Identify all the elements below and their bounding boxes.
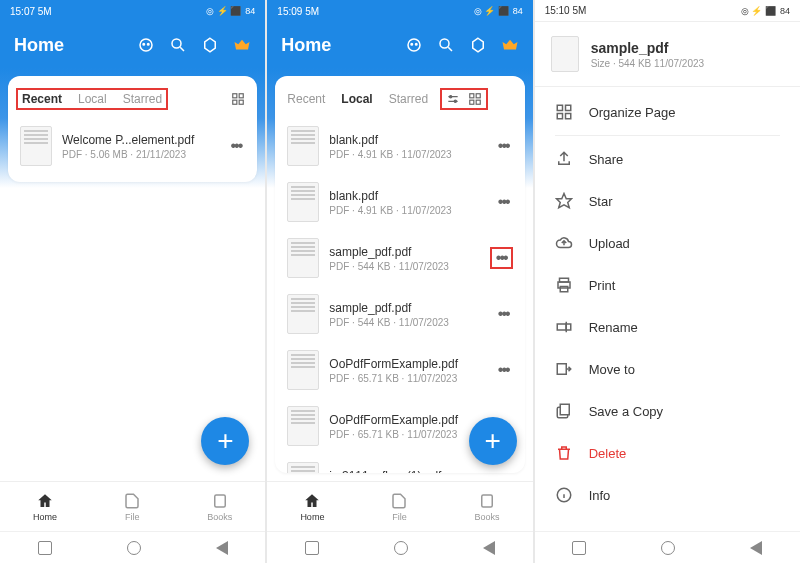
svg-rect-28 xyxy=(557,114,562,119)
more-icon[interactable]: ••• xyxy=(494,305,513,323)
svg-point-12 xyxy=(411,44,413,46)
fab-add[interactable]: + xyxy=(469,417,517,465)
grid-view-icon[interactable] xyxy=(468,92,482,106)
robot-icon[interactable] xyxy=(137,36,155,54)
sys-back[interactable] xyxy=(750,541,762,555)
file-thumbnail xyxy=(287,182,319,222)
svg-rect-37 xyxy=(557,364,566,375)
search-icon[interactable] xyxy=(169,36,187,54)
more-icon[interactable]: ••• xyxy=(227,137,246,155)
file-item[interactable]: OoPdfFormExample.pdf PDF · 65.71 KB · 11… xyxy=(275,342,524,398)
file-item[interactable]: blank.pdf PDF · 4.91 KB · 11/07/2023 ••• xyxy=(275,174,524,230)
tab-local[interactable]: Local xyxy=(341,92,372,106)
action-moveto[interactable]: Move to xyxy=(535,348,800,390)
svg-rect-26 xyxy=(557,105,562,110)
more-icon[interactable]: ••• xyxy=(494,137,513,155)
action-rename[interactable]: Rename xyxy=(535,306,800,348)
moveto-icon xyxy=(555,360,573,378)
nav-books[interactable]: Books xyxy=(475,492,500,522)
sys-home[interactable] xyxy=(394,541,408,555)
file-name: Welcome P...element.pdf xyxy=(62,133,217,147)
sys-back[interactable] xyxy=(483,541,495,555)
sheet-title: sample_pdf xyxy=(591,40,704,56)
svg-rect-23 xyxy=(470,100,474,104)
svg-rect-8 xyxy=(233,100,237,104)
sys-recent[interactable] xyxy=(305,541,319,555)
crown-icon[interactable] xyxy=(501,36,519,54)
file-thumbnail xyxy=(287,126,319,166)
file-item[interactable]: Welcome P...element.pdf PDF · 5.06 MB · … xyxy=(8,118,257,174)
action-print[interactable]: Print xyxy=(535,264,800,306)
sort-icon[interactable] xyxy=(446,92,460,106)
file-name: sample_pdf.pdf xyxy=(329,245,480,259)
search-icon[interactable] xyxy=(437,36,455,54)
bottom-nav: Home File Books xyxy=(0,481,265,531)
books-icon xyxy=(478,492,496,510)
tabs-row: Recent Local Starred xyxy=(275,84,524,118)
nav-home[interactable]: Home xyxy=(300,492,324,522)
grid-view-icon[interactable] xyxy=(231,92,245,106)
svg-point-14 xyxy=(440,39,449,48)
action-delete[interactable]: Delete xyxy=(535,432,800,474)
file-item[interactable]: blank.pdf PDF · 4.91 KB · 11/07/2023 ••• xyxy=(275,118,524,174)
tab-recent[interactable]: Recent xyxy=(287,92,325,106)
svg-rect-7 xyxy=(239,94,243,98)
tabs-row: Recent Local Starred xyxy=(8,84,257,118)
svg-line-4 xyxy=(181,47,185,51)
status-bar: 15:09 5M ◎ ⚡ ⬛ 84 xyxy=(267,0,532,22)
nav-books[interactable]: Books xyxy=(207,492,232,522)
tab-local[interactable]: Local xyxy=(78,92,107,106)
action-info[interactable]: Info xyxy=(535,474,800,516)
sys-recent[interactable] xyxy=(572,541,586,555)
settings-icon[interactable] xyxy=(469,36,487,54)
file-item[interactable]: sample_pdf.pdf PDF · 544 KB · 11/07/2023… xyxy=(275,286,524,342)
action-list: Organize Page Share Star Upload Print Re… xyxy=(535,87,800,520)
tab-starred[interactable]: Starred xyxy=(123,92,162,106)
file-name: sample_pdf.pdf xyxy=(329,301,484,315)
action-share[interactable]: Share xyxy=(535,138,800,180)
nav-file[interactable]: File xyxy=(390,492,408,522)
file-thumbnail xyxy=(287,462,319,473)
svg-point-20 xyxy=(454,100,456,102)
action-upload[interactable]: Upload xyxy=(535,222,800,264)
sys-home[interactable] xyxy=(127,541,141,555)
bottom-nav: Home File Books xyxy=(267,481,532,531)
tab-starred[interactable]: Starred xyxy=(389,92,428,106)
svg-point-3 xyxy=(172,39,181,48)
crown-icon[interactable] xyxy=(233,36,251,54)
home-icon xyxy=(36,492,54,510)
file-item[interactable]: sample_pdf.pdf PDF · 544 KB · 11/07/2023… xyxy=(275,230,524,286)
file-thumbnail xyxy=(287,294,319,334)
upload-icon xyxy=(555,234,573,252)
nav-file[interactable]: File xyxy=(123,492,141,522)
app-header: Home xyxy=(267,22,532,68)
star-icon xyxy=(555,192,573,210)
settings-icon[interactable] xyxy=(201,36,219,54)
more-icon[interactable]: ••• xyxy=(494,361,513,379)
sys-home[interactable] xyxy=(661,541,675,555)
file-meta: PDF · 5.06 MB · 21/11/2023 xyxy=(62,149,217,160)
header-title: Home xyxy=(14,35,64,56)
svg-rect-36 xyxy=(566,324,571,330)
robot-icon[interactable] xyxy=(405,36,423,54)
tab-recent[interactable]: Recent xyxy=(22,92,62,106)
header-title: Home xyxy=(281,35,331,56)
svg-point-1 xyxy=(143,44,145,46)
sys-back[interactable] xyxy=(216,541,228,555)
screen-local: 15:09 5M ◎ ⚡ ⬛ 84 Home Recent Local Star… xyxy=(267,0,532,563)
file-thumbnail xyxy=(287,238,319,278)
sys-recent[interactable] xyxy=(38,541,52,555)
action-star[interactable]: Star xyxy=(535,180,800,222)
more-icon[interactable]: ••• xyxy=(494,193,513,211)
nav-home[interactable]: Home xyxy=(33,492,57,522)
fab-add[interactable]: + xyxy=(201,417,249,465)
action-organize[interactable]: Organize Page xyxy=(535,91,800,133)
grid-icon xyxy=(555,103,573,121)
file-thumbnail xyxy=(287,406,319,446)
more-icon[interactable]: ••• xyxy=(490,247,513,269)
action-savecopy[interactable]: Save a Copy xyxy=(535,390,800,432)
svg-rect-6 xyxy=(233,94,237,98)
status-bar: 15:07 5M ◎ ⚡ ⬛ 84 xyxy=(0,0,265,22)
system-nav xyxy=(535,531,800,563)
system-nav xyxy=(0,531,265,563)
